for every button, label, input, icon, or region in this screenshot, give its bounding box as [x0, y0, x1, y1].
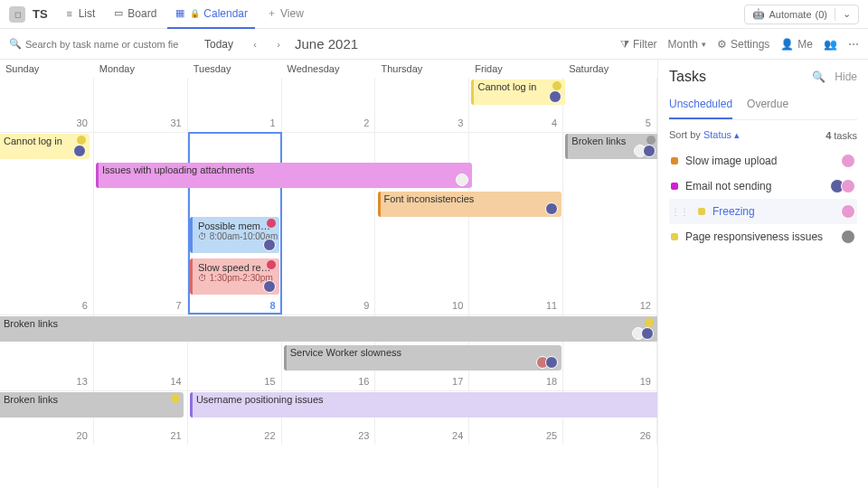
search-icon[interactable]: 🔍 — [812, 70, 826, 83]
sort-control[interactable]: Sort by Status ▴ — [669, 129, 740, 141]
calendar-day[interactable]: 1 — [188, 78, 282, 132]
calendar-event[interactable]: Font inconsistencies — [378, 192, 561, 217]
tab-overdue[interactable]: Overdue — [747, 94, 788, 119]
tab-label: Board — [127, 7, 156, 20]
event-avatars — [632, 327, 654, 340]
add-view-button[interactable]: ＋ View — [259, 0, 311, 29]
calendar-event[interactable]: Username positioning issues — [190, 392, 658, 418]
event-avatars — [73, 145, 86, 157]
calendar-event[interactable]: Broken links — [0, 316, 657, 342]
next-month-button[interactable]: › — [271, 37, 286, 52]
today-button[interactable]: Today — [199, 35, 239, 53]
status-square — [671, 157, 678, 164]
day-number: 10 — [452, 300, 463, 311]
more-button[interactable]: ⋯ — [848, 38, 859, 51]
dow-header: Saturday — [563, 60, 657, 78]
event-title: Broken links — [4, 318, 654, 329]
avatar — [456, 174, 468, 186]
calendar-day[interactable]: 5 — [563, 78, 657, 132]
avatar — [545, 202, 558, 215]
calendar-day[interactable]: 31 — [94, 78, 188, 132]
calendar-day[interactable]: 30 — [0, 78, 94, 132]
task-item[interactable]: Page responsiveness issues — [669, 224, 857, 249]
status-square — [698, 208, 705, 215]
search-input[interactable]: 🔍 — [9, 38, 190, 50]
workspace-icon[interactable]: ◻ — [9, 6, 25, 23]
calendar-event[interactable]: Cannot log in — [0, 134, 90, 159]
calendar-event[interactable]: Issues with uploading attachments — [96, 163, 472, 188]
day-number: 31 — [170, 117, 181, 128]
calendar-day[interactable]: 3 — [375, 78, 469, 132]
day-number: 9 — [363, 300, 369, 311]
filter-icon: ⧩ — [620, 38, 629, 51]
day-number: 12 — [640, 300, 651, 311]
settings-button[interactable]: ⚙Settings — [717, 38, 769, 51]
avatar — [841, 230, 855, 244]
calendar-day[interactable]: 12 — [563, 132, 657, 314]
task-count: 4 tasks — [826, 130, 857, 141]
calendar-event[interactable]: Cannot log in — [471, 80, 565, 105]
month-select[interactable]: Month▾ — [668, 38, 706, 51]
calendar-event[interactable]: Broken links — [565, 134, 658, 159]
automate-label: Automate — [769, 9, 811, 20]
task-avatars — [841, 230, 855, 244]
calendar-day[interactable]: 2 — [282, 78, 376, 132]
avatar — [549, 90, 561, 103]
filter-button[interactable]: ⧩Filter — [620, 38, 657, 51]
tab-list[interactable]: ≡ List — [57, 0, 103, 29]
day-number: 18 — [546, 376, 557, 387]
tab-calendar[interactable]: ▦ 🔒 Calendar — [167, 0, 255, 29]
tab-board[interactable]: ▭ Board — [106, 0, 164, 29]
search-field[interactable] — [25, 39, 179, 50]
assignees-button[interactable]: 👥 — [824, 38, 837, 51]
chevron-down-icon: ⌄ — [843, 8, 851, 20]
event-title: Service Worker slowness — [290, 347, 558, 358]
day-number: 5 — [646, 117, 651, 128]
event-avatars — [545, 202, 558, 215]
event-avatars — [263, 239, 276, 251]
calendar-day[interactable]: 6 — [0, 132, 94, 314]
calendar-event[interactable]: Slow speed reported⏱ 1:30pm-2:30pm — [190, 258, 279, 295]
dow-header: Friday — [469, 60, 563, 78]
event-avatars — [536, 356, 558, 369]
drag-handle-icon[interactable]: ⋮⋮ — [671, 207, 689, 217]
robot-icon: 🤖 — [752, 8, 765, 20]
calendar-event[interactable]: Broken links — [0, 392, 184, 418]
hide-button[interactable]: Hide — [835, 70, 857, 83]
day-number: 30 — [77, 117, 88, 128]
tasks-panel-title: Tasks — [669, 69, 706, 85]
calendar-day[interactable]: 7 — [94, 132, 188, 314]
automate-button[interactable]: 🤖 Automate (0) ⌄ — [744, 5, 859, 24]
lock-icon: 🔒 — [189, 8, 200, 19]
avatar — [73, 145, 86, 157]
tab-unscheduled[interactable]: Unscheduled — [669, 94, 732, 119]
me-button[interactable]: 👤Me — [780, 38, 813, 51]
event-title: Font inconsistencies — [384, 193, 558, 204]
prev-month-button[interactable]: ‹ — [248, 37, 262, 52]
event-title: Broken links — [4, 394, 180, 405]
calendar-event[interactable]: Service Worker slowness — [284, 345, 561, 371]
calendar-day[interactable]: 10 — [375, 132, 469, 314]
automate-count: (0) — [816, 9, 827, 20]
task-title: Email not sending — [685, 180, 771, 192]
workspace-name[interactable]: TS — [33, 7, 48, 21]
day-number: 13 — [77, 376, 88, 387]
day-number: 11 — [546, 300, 557, 311]
sort-value: Status — [703, 129, 731, 140]
month-select-label: Month — [668, 38, 698, 51]
task-item[interactable]: ⋮⋮Freezing — [669, 199, 857, 224]
calendar-grid[interactable]: SundayMondayTuesdayWednesdayThursdayFrid… — [0, 60, 658, 488]
task-item[interactable]: Slow image upload — [669, 148, 857, 174]
event-avatars — [549, 90, 561, 103]
task-item[interactable]: Email not sending — [669, 174, 857, 199]
calendar-day[interactable]: 9 — [282, 132, 376, 314]
event-title: Possible memory leak — [198, 221, 274, 231]
avatar — [841, 204, 855, 219]
avatar — [545, 356, 558, 369]
day-number: 8 — [269, 300, 275, 311]
day-number: 17 — [452, 376, 463, 387]
calendar-day[interactable]: 11 — [469, 132, 563, 314]
event-avatars — [634, 145, 656, 157]
calendar-event[interactable]: Possible memory leak⏱ 8:00am-10:00am — [190, 217, 279, 253]
day-number: 20 — [77, 430, 88, 441]
